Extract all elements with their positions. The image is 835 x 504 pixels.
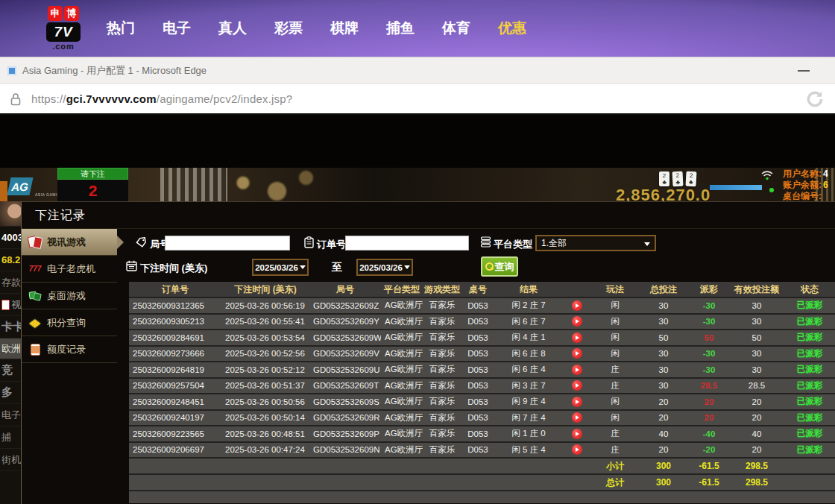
cell-bet: 30 xyxy=(639,314,688,330)
casino-background: AG ASIA GAMING 请下注 2 2 ♣2 ♣2 ♣ 2,856,270… xyxy=(0,168,835,201)
date-to-picker[interactable]: 2025/03/26 xyxy=(356,259,413,276)
replay-play-button[interactable] xyxy=(572,429,582,439)
replay-play-button[interactable] xyxy=(572,444,582,455)
nav-item-彩票[interactable]: 彩票 xyxy=(274,19,303,38)
cell-game: 百家乐 xyxy=(423,314,461,330)
bet-record-row: 2503260092484512025-03-26 00:50:56GD0532… xyxy=(129,394,835,410)
cell-play_type: 庄 xyxy=(591,378,639,394)
screen: 申 博 7V .com 热门电子真人彩票棋牌捕鱼体育优惠 Asia Gaming… xyxy=(0,0,835,504)
username-line: 用户名称:4 xyxy=(783,168,828,180)
replay-play-button[interactable] xyxy=(572,365,582,375)
cell-order: 250326009248451 xyxy=(129,394,221,410)
cell-valid: 50 xyxy=(730,330,784,346)
points-diamond-icon xyxy=(28,316,42,329)
platform-icon xyxy=(480,236,491,248)
replay-play-button[interactable] xyxy=(572,316,582,327)
nav-item-优惠[interactable]: 优惠 xyxy=(498,19,526,38)
cell-result: 闲 7 庄 4 xyxy=(494,410,563,426)
countdown-number: 2 xyxy=(57,180,128,201)
cell-valid: 30 xyxy=(730,346,784,362)
site-logo[interactable]: 申 博 7V .com xyxy=(46,6,81,51)
refresh-icon[interactable] xyxy=(805,89,825,109)
username-label: 用户名称: xyxy=(783,168,822,179)
nav-item-体育[interactable]: 体育 xyxy=(442,19,470,38)
online-dot xyxy=(769,188,774,192)
date-from-picker[interactable]: 2025/03/26 xyxy=(252,259,309,276)
page-content: AG ASIA GAMING 请下注 2 2 ♣2 ♣2 ♣ 2,856,270… xyxy=(0,116,835,504)
replay-cell xyxy=(563,394,591,410)
cell-payout: -30 xyxy=(688,362,730,378)
platform-type-select[interactable]: 1.全部 xyxy=(535,235,656,251)
cell-platform: AG欧洲厅 xyxy=(381,297,423,314)
cell-status: 已派彩 xyxy=(784,346,835,362)
sidebar-item-额度记录[interactable]: 额度记录 xyxy=(22,336,117,363)
column-header: 玩法 xyxy=(591,282,639,297)
bet-record-row: 2503260093052132025-03-26 00:55:41GD0532… xyxy=(129,314,835,330)
panel-main: 局号 订单号 平台类型 1.全部 xyxy=(117,229,835,503)
column-header: 游戏类型 xyxy=(423,282,461,297)
sidebar-item-电子老虎机[interactable]: 电子老虎机 xyxy=(22,256,117,283)
cell-order: 250326009264819 xyxy=(129,362,221,378)
cell-play_type: 闲 xyxy=(591,297,639,314)
column-header: 桌号 xyxy=(461,282,494,297)
order-input[interactable] xyxy=(345,236,469,251)
wifi-icon xyxy=(760,169,774,184)
video-games-cards-icon xyxy=(28,236,42,248)
cell-time: 2025-03-26 00:47:24 xyxy=(221,442,309,459)
url-text[interactable]: https://gci.7vvvvvv.com/agingame/pcv2/in… xyxy=(31,92,292,105)
cell-table: D053 xyxy=(461,330,494,346)
bet-record-row: 2503260092066972025-03-26 00:47:24GD0532… xyxy=(129,442,835,459)
sidebar-item-桌面游戏[interactable]: 桌面游戏 xyxy=(22,283,117,309)
cell-platform: AG欧洲厅 xyxy=(381,330,423,346)
cell-valid: 30 xyxy=(730,297,784,314)
query-button[interactable]: 查询 xyxy=(481,256,518,277)
minimize-button[interactable] xyxy=(798,70,810,72)
url-host: gci.7vvvvvv.com xyxy=(66,92,157,105)
cell-game: 百家乐 xyxy=(423,394,461,410)
nav-item-电子[interactable]: 电子 xyxy=(163,19,191,38)
logo-com: .com xyxy=(52,42,75,51)
panel-title: 下注记录 xyxy=(22,202,835,229)
cell-valid: 20 xyxy=(730,394,784,410)
sidebar-item-视讯游戏[interactable]: 视讯游戏 xyxy=(22,229,117,256)
replay-play-button[interactable] xyxy=(572,333,582,343)
cell-platform: AG欧洲厅 xyxy=(381,426,423,442)
cell-table: D053 xyxy=(461,346,494,362)
sidebar-item-积分查询[interactable]: 积分查询 xyxy=(22,309,117,336)
round-input[interactable] xyxy=(165,236,290,251)
replay-play-button[interactable] xyxy=(572,412,582,423)
column-header: 下注时间 (美东) xyxy=(221,282,309,297)
replay-play-button[interactable] xyxy=(572,397,582,407)
cell-round: GD0532532609T xyxy=(309,378,381,394)
cell-result: 闲 5 庄 4 xyxy=(494,442,563,459)
column-header: 平台类型 xyxy=(381,282,423,297)
left-strip-fragment: 欧洲 xyxy=(0,338,21,359)
nav-item-热门[interactable]: 热门 xyxy=(107,19,135,38)
left-strip-fragment: 街机 xyxy=(0,449,21,471)
replay-play-button[interactable] xyxy=(572,300,582,311)
clipboard-icon xyxy=(304,236,314,248)
replay-play-button[interactable] xyxy=(572,348,582,359)
spacer-cell xyxy=(129,474,591,491)
replay-cell xyxy=(563,362,591,378)
cell-bet: 30 xyxy=(639,346,688,362)
cell-play_type: 闲 xyxy=(591,410,639,426)
left-strip-fragment: 存款 xyxy=(0,271,21,294)
bet-record-row: 2503260092648192025-03-26 00:52:12GD0532… xyxy=(129,362,835,378)
column-header: 结果 xyxy=(494,282,563,297)
replay-play-button[interactable] xyxy=(572,380,582,391)
nav-item-真人[interactable]: 真人 xyxy=(218,19,247,38)
nav-item-捕鱼[interactable]: 捕鱼 xyxy=(386,19,415,38)
cell-round: GD0532532609Y xyxy=(309,314,381,330)
cell-round: GD0532532609W xyxy=(309,330,381,346)
replay-cell xyxy=(563,442,591,459)
cell-platform: AG欧洲厅 xyxy=(381,346,423,362)
table-number-label: 桌台编号: xyxy=(783,191,822,201)
logo-chips: 申 博 xyxy=(48,6,79,21)
cell-table: D053 xyxy=(461,410,494,426)
cell-status: 已派彩 xyxy=(784,410,835,426)
url-path: /agingame/pcv2/index.jsp? xyxy=(157,92,293,105)
spacer-cell xyxy=(129,458,591,474)
nav-item-棋牌[interactable]: 棋牌 xyxy=(330,19,359,38)
cell-play_type: 闲 xyxy=(591,346,639,362)
